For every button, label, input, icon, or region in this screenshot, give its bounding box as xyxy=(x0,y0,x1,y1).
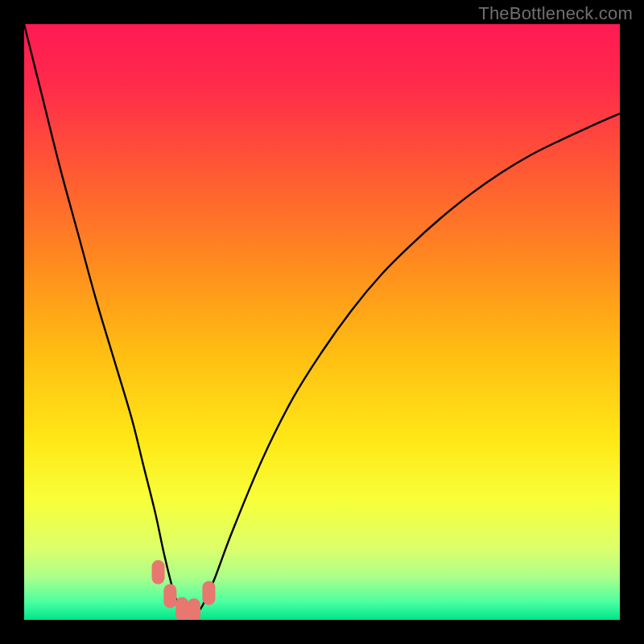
curve-path xyxy=(24,24,620,614)
data-marker xyxy=(152,560,165,584)
watermark-text: TheBottleneck.com xyxy=(478,3,633,24)
curve-markers xyxy=(152,560,216,620)
plot-area xyxy=(24,24,620,620)
data-marker xyxy=(175,597,188,620)
data-marker xyxy=(163,584,176,608)
data-marker xyxy=(202,581,215,605)
bottleneck-curve xyxy=(24,24,620,620)
chart-frame: TheBottleneck.com xyxy=(0,0,644,644)
data-marker xyxy=(188,598,200,620)
